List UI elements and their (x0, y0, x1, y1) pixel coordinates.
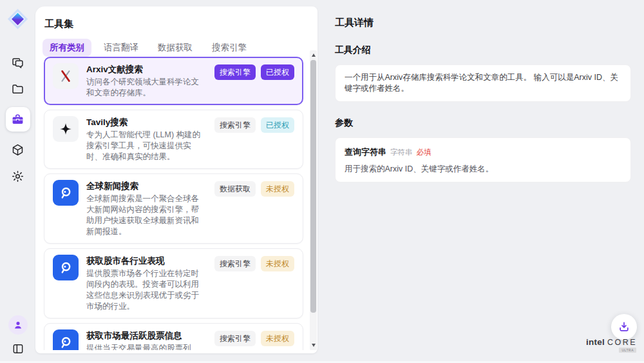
tool-auth-badge: 已授权 (261, 64, 294, 80)
param-required-label: 必填 (417, 148, 431, 157)
tool-description: 访问各个研究领域大量科学论文和文章的存储库。 (86, 77, 207, 99)
tool-category-badge: 搜索引擎 (214, 331, 256, 346)
tool-card[interactable]: 获取股市各行业表现 提供股票市场各个行业在特定时间段内的表现。投资者可以利用这些… (44, 248, 303, 319)
sparkle-icon (53, 116, 79, 142)
sidebar-item-folder[interactable] (10, 81, 26, 97)
gear-icon (11, 170, 24, 183)
sidebar-item-chat[interactable] (10, 54, 26, 71)
sidebar-nav (0, 54, 35, 184)
tool-details-section: 工具详情 工具介绍 一个用于从Arxiv存储库搜索科学论文和文章的工具。 输入可… (335, 0, 631, 182)
intro-text: 一个用于从Arxiv存储库搜索科学论文和文章的工具。 输入可以是Arxiv ID… (345, 72, 621, 94)
param-type: 字符串 (390, 148, 413, 157)
panel-toggle-icon (12, 342, 24, 355)
tool-card[interactable]: 获取市场最活跃股票信息 提供当天交易量最高的股票列表，投资者可以利用这些信息来识… (44, 323, 303, 350)
tool-name: 全球新闻搜索 (86, 180, 207, 192)
sidebar-item-toolbox[interactable] (6, 107, 30, 132)
tab-数据获取[interactable]: 数据获取 (151, 39, 200, 57)
cube-icon (11, 143, 24, 157)
user-avatar[interactable] (8, 315, 28, 335)
param-description: 用于搜索的Arxiv ID、关键字或作者姓名。 (345, 164, 621, 175)
toolset-panel: 工具集 所有类别语言翻译数据获取搜索引擎 Arxiv文献搜索 访问各个研究领域大… (35, 6, 317, 353)
folder-icon (11, 83, 24, 96)
tool-name: 获取股市各行业表现 (86, 255, 207, 267)
category-tabs: 所有类别语言翻译数据获取搜索引擎 (43, 39, 254, 57)
panel-toggle-button[interactable] (10, 341, 26, 357)
tab-搜索引擎[interactable]: 搜索引擎 (205, 39, 254, 57)
left-sidebar (0, 0, 35, 363)
intro-card: 一个用于从Arxiv存储库搜索科学论文和文章的工具。 输入可以是Arxiv ID… (335, 64, 631, 102)
tool-auth-badge: 未授权 (261, 331, 294, 346)
brand-badge: ultra (619, 348, 636, 353)
tool-name: Tavily搜索 (86, 116, 207, 128)
scroll-up-arrow-icon[interactable] (312, 54, 316, 57)
tool-card[interactable]: 全球新闻搜索 全球新闻搜索是一个聚合全球各大新闻网站内容的搜索引擎，帮助用户快速… (44, 173, 303, 244)
app-logo[interactable] (7, 8, 28, 30)
tab-语言翻译[interactable]: 语言翻译 (97, 39, 146, 57)
details-title: 工具详情 (335, 17, 631, 29)
user-avatar-icon (12, 319, 24, 331)
toolset-title: 工具集 (44, 18, 73, 30)
download-icon (618, 320, 630, 333)
sidebar-bottom (0, 315, 35, 357)
params-heading: 参数 (335, 117, 631, 129)
brand-secondary-text: core (607, 338, 637, 347)
tool-description: 专为人工智能代理 (LLM) 构建的搜索引擎工具，可快速提供实时、准确和真实的结… (86, 130, 207, 162)
params-card: 查询字符串字符串必填用于搜索的Arxiv ID、关键字或作者姓名。 (335, 137, 631, 182)
tool-auth-badge: 未授权 (261, 181, 294, 197)
sidebar-item-cube[interactable] (10, 141, 26, 158)
tool-list: Arxiv文献搜索 访问各个研究领域大量科学论文和文章的存储库。 搜索引擎 已授… (44, 57, 303, 350)
news-search-icon (53, 255, 79, 280)
scrollbar-thumb[interactable] (310, 60, 316, 313)
scroll-down-arrow-icon[interactable] (312, 344, 316, 347)
tool-description: 提供股票市场各个行业在特定时间段内的表现。投资者可以利用这些信息来识别表现优于或… (86, 268, 207, 312)
tool-card[interactable]: Arxiv文献搜索 访问各个研究领域大量科学论文和文章的存储库。 搜索引擎 已授… (44, 57, 303, 105)
intel-core-logo: intel core ultra (586, 337, 637, 353)
tool-category-badge: 搜索引擎 (214, 117, 256, 133)
list-scrollbar[interactable] (310, 50, 317, 350)
parameter-item: 查询字符串字符串必填用于搜索的Arxiv ID、关键字或作者姓名。 (345, 146, 621, 175)
toolbox-icon (11, 113, 24, 126)
tab-所有类别[interactable]: 所有类别 (43, 39, 91, 57)
arxiv-logo-icon (53, 63, 79, 89)
brand-primary-text: intel (586, 337, 605, 347)
news-search-icon (53, 329, 79, 350)
tool-description: 提供当天交易量最高的股票列表，投资者可以利用这些信息来识别流动性强的股票和潜在的… (86, 343, 207, 350)
tool-category-badge: 搜索引擎 (214, 64, 256, 80)
tool-card[interactable]: Tavily搜索 专为人工智能代理 (LLM) 构建的搜索引擎工具，可快速提供实… (44, 110, 303, 169)
tool-category-badge: 数据获取 (214, 181, 256, 197)
tool-category-badge: 搜索引擎 (214, 256, 256, 271)
tool-name: 获取市场最活跃股票信息 (86, 329, 207, 342)
param-name: 查询字符串 (345, 146, 386, 158)
tool-auth-badge: 未授权 (261, 256, 294, 271)
download-button[interactable] (611, 314, 637, 340)
tool-description: 全球新闻搜索是一个聚合全球各大新闻网站内容的搜索引擎，帮助用户快速获取全球最新资… (86, 193, 207, 237)
tool-auth-badge: 已授权 (261, 117, 294, 133)
intro-heading: 工具介绍 (335, 44, 631, 56)
news-search-icon (53, 180, 79, 206)
sidebar-item-gear[interactable] (10, 168, 26, 184)
tool-name: Arxiv文献搜索 (86, 63, 207, 75)
chat-icon (11, 56, 24, 70)
